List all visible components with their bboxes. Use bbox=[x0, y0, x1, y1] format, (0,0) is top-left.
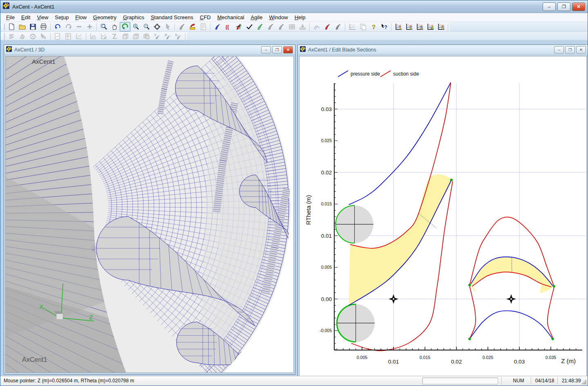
z-axis-label: Z bbox=[89, 314, 93, 321]
resize-grip[interactable] bbox=[585, 383, 586, 384]
x-tick-label: 0.03 bbox=[514, 359, 525, 365]
blade-red-button[interactable] bbox=[322, 22, 333, 31]
standard-screen-5-button[interactable]: 5 bbox=[436, 22, 446, 31]
toolbar-separator bbox=[86, 33, 86, 40]
toolbar-separator bbox=[174, 23, 175, 31]
open-file-button[interactable] bbox=[17, 22, 27, 31]
svg-text:5: 5 bbox=[441, 25, 444, 31]
svg-text:?: ? bbox=[372, 23, 376, 30]
toolbar-separator bbox=[50, 33, 51, 40]
svg-text:T: T bbox=[154, 33, 157, 37]
accept-check-button[interactable] bbox=[244, 22, 255, 31]
x-tick-label: 0.01 bbox=[388, 359, 399, 365]
rotate-view-button[interactable] bbox=[120, 22, 130, 31]
3d-restore-button[interactable]: ❐ bbox=[272, 46, 282, 54]
blade-gray-button[interactable] bbox=[333, 22, 343, 31]
section-endpoint-dot[interactable] bbox=[553, 285, 555, 288]
toolbar-grip[interactable] bbox=[2, 23, 5, 30]
menu-mechanical[interactable]: Mechanical bbox=[214, 13, 248, 21]
section-endpoint-dot[interactable] bbox=[552, 338, 554, 340]
menu-bar: FileEditViewSetupFlowGeometryGraphicsSta… bbox=[0, 13, 588, 22]
wrap-left-suction-edge-curve[interactable] bbox=[470, 286, 476, 338]
legend-swatch-pressure bbox=[338, 71, 348, 77]
menu-window[interactable]: Window bbox=[266, 13, 291, 21]
close-button[interactable]: ✕ bbox=[572, 2, 585, 11]
impeller-wireframe[interactable]: XZAxCent1AxCent1 bbox=[6, 56, 293, 373]
menu-flow[interactable]: Flow bbox=[72, 13, 89, 21]
wrap-right-suction-edge-curve[interactable] bbox=[548, 288, 554, 337]
blade-sections-chart[interactable]: 0.0050.010.0150.020.0250.030.0350.030.02… bbox=[300, 56, 586, 379]
toolbar-separator bbox=[210, 23, 210, 31]
menu-cfd[interactable]: CFD bbox=[197, 13, 214, 21]
blade-stack-button[interactable] bbox=[212, 22, 223, 31]
svg-text:?: ? bbox=[384, 24, 387, 30]
minimize-button[interactable]: – bbox=[543, 2, 556, 11]
3d-window-titlebar[interactable]: AxCent1 / 3D – ❐ ✕ bbox=[4, 45, 295, 55]
center-view-button[interactable] bbox=[152, 22, 162, 31]
x-axis-label: X bbox=[39, 303, 43, 310]
import-drop-button bbox=[297, 22, 308, 31]
blade-restore-button[interactable]: ❐ bbox=[565, 46, 575, 54]
blade-window-title: AxCent1 / Edit Blade Sections bbox=[308, 47, 376, 53]
blade-close-button[interactable]: ✕ bbox=[576, 46, 586, 54]
blade-marker-button[interactable] bbox=[233, 22, 244, 31]
blade-window-titlebar[interactable]: AxCent1 / Edit Blade Sections – ❐ ✕ bbox=[298, 45, 588, 55]
blade-minimize-button[interactable]: – bbox=[554, 46, 564, 54]
export-geometry-button[interactable] bbox=[187, 22, 198, 31]
menu-view[interactable]: View bbox=[34, 13, 51, 21]
menu-graphics[interactable]: Graphics bbox=[120, 13, 148, 21]
menu-file[interactable]: File bbox=[3, 13, 18, 21]
section-endpoint-dot[interactable] bbox=[469, 338, 471, 340]
svg-text:P: P bbox=[165, 33, 167, 37]
menu-edit[interactable]: Edit bbox=[18, 13, 34, 21]
zoom-out-button[interactable] bbox=[141, 22, 152, 31]
y-tick-label: 0.005 bbox=[321, 265, 332, 270]
3d-window-icon bbox=[6, 46, 12, 54]
standard-screen-4-button[interactable]: 4 bbox=[425, 22, 436, 31]
add-item-button bbox=[84, 22, 95, 31]
print-button[interactable] bbox=[38, 22, 49, 31]
section-endpoint-dot[interactable] bbox=[450, 179, 453, 181]
wrap-lower-pressure-arch-curve[interactable] bbox=[470, 311, 552, 339]
undo-button[interactable] bbox=[52, 22, 63, 31]
blade-sections-chart-area[interactable]: 0.0050.010.0150.020.0250.030.0350.030.02… bbox=[299, 56, 587, 379]
mesh-blade-button[interactable] bbox=[255, 22, 265, 31]
save-button[interactable] bbox=[27, 22, 38, 31]
x-tick-label: 0.035 bbox=[546, 355, 556, 360]
redo-button bbox=[63, 22, 74, 31]
standard-screen-3-button[interactable]: 3 bbox=[414, 22, 425, 31]
menu-setup[interactable]: Setup bbox=[51, 13, 72, 21]
curves-tool-button bbox=[311, 22, 322, 31]
context-help-button[interactable]: ? bbox=[379, 22, 389, 31]
new-document-button[interactable] bbox=[6, 22, 17, 31]
menu-help[interactable]: Help bbox=[291, 13, 309, 21]
3d-viewport[interactable]: XZAxCent1AxCent1 bbox=[5, 56, 294, 373]
zoom-window-button[interactable] bbox=[98, 22, 109, 31]
standard-screen-1-button[interactable]: 1 bbox=[393, 22, 404, 31]
pan-button[interactable] bbox=[109, 22, 120, 31]
y-tick-label: 0.01 bbox=[321, 233, 332, 239]
maximize-button[interactable]: ❐ bbox=[557, 2, 570, 11]
toolbar-grip[interactable] bbox=[2, 33, 5, 40]
window-3d-view: AxCent1 / 3D – ❐ ✕ XZAxCent1AxCent1 bbox=[4, 45, 295, 375]
zoom-in-button[interactable] bbox=[130, 22, 141, 31]
menu-agile[interactable]: Agile bbox=[248, 13, 266, 21]
x-tick-label: 0.005 bbox=[357, 355, 367, 360]
app-titlebar[interactable]: AxCent - AxCent1 – ❐ ✕ bbox=[0, 0, 588, 13]
help-button[interactable]: ? bbox=[368, 22, 379, 31]
y-tick-label: -0.005 bbox=[320, 328, 332, 333]
menu-standard-screens[interactable]: Standard Screens bbox=[148, 13, 197, 21]
blade-calc-1-button bbox=[265, 22, 276, 31]
section-endpoint-dot[interactable] bbox=[469, 284, 471, 286]
3d-close-button[interactable]: ✕ bbox=[283, 46, 293, 54]
3d-minimize-button[interactable]: – bbox=[261, 46, 271, 54]
status-bar: Mouse pointer: Z (m)=0.026504 m, RTheta … bbox=[0, 376, 588, 386]
status-message: Mouse pointer: Z (m)=0.026504 m, RTheta … bbox=[4, 378, 134, 384]
toolbar-separator bbox=[345, 23, 345, 31]
num-lock-indicator: NUM bbox=[507, 378, 530, 384]
blade-passage-wrap bbox=[471, 257, 552, 293]
legend-swatch-suction bbox=[380, 71, 391, 77]
standard-screen-2-button[interactable]: 2 bbox=[404, 22, 414, 31]
vane-rows-button[interactable]: (( bbox=[223, 22, 233, 31]
menu-geometry[interactable]: Geometry bbox=[90, 13, 120, 21]
